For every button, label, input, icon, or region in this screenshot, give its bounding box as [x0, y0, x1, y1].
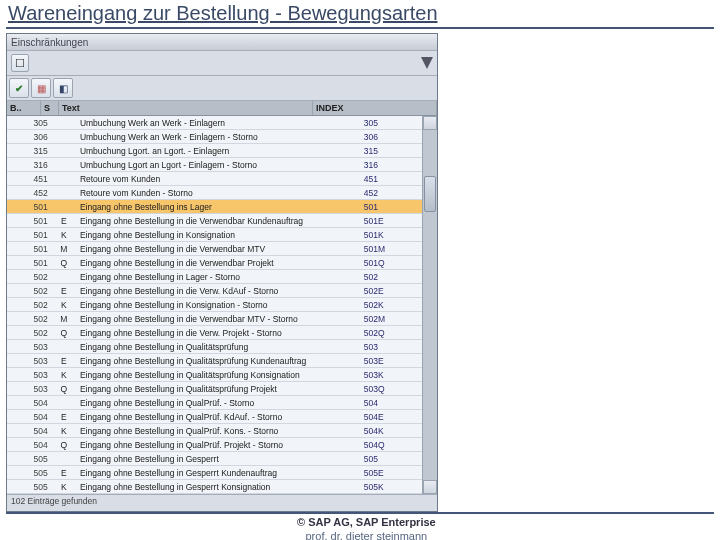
table-row[interactable]: 452Retoure vom Kunden - Storno452 — [7, 186, 422, 200]
table-row[interactable]: 316Umbuchung Lgort an Lgort - Einlagern … — [7, 158, 422, 172]
table-row[interactable]: 501Eingang ohne Bestellung ins Lager501 — [7, 200, 422, 214]
cell-flag: M — [51, 312, 77, 326]
cell-code: 501 — [7, 214, 51, 228]
cell-code: 503 — [7, 340, 51, 354]
cell-code: 501 — [7, 200, 51, 214]
table-row[interactable]: 501MEingang ohne Bestellung in die Verwe… — [7, 242, 422, 256]
dialog-toolbar: ✔ ▦ ◧ — [7, 76, 437, 101]
footer-copyright: © SAP AG, SAP Enterprise — [66, 516, 667, 530]
cell-flag — [51, 172, 77, 186]
table-row[interactable]: 315Umbuchung Lgort. an Lgort. - Einlager… — [7, 144, 422, 158]
cell-index: 501M — [361, 242, 422, 256]
cell-flag: M — [51, 242, 77, 256]
vertical-scrollbar[interactable] — [422, 116, 437, 494]
dropdown-icon[interactable] — [421, 57, 433, 69]
cell-code: 502 — [7, 284, 51, 298]
cell-code: 502 — [7, 326, 51, 340]
window-titlebar[interactable]: Einschränkungen — [7, 34, 437, 51]
cell-code: 503 — [7, 368, 51, 382]
cell-text: Eingang ohne Bestellung in Lager - Storn… — [77, 270, 361, 284]
table-row[interactable]: 451Retoure vom Kunden451 — [7, 172, 422, 186]
new-entry-button[interactable]: ▦ — [31, 78, 51, 98]
cell-text: Eingang ohne Bestellung in Qualitätsprüf… — [77, 382, 361, 396]
cell-index: 315 — [361, 144, 422, 158]
cell-text: Eingang ohne Bestellung in die Verw. KdA… — [77, 284, 361, 298]
table-row[interactable]: 504Eingang ohne Bestellung in QualPrüf. … — [7, 396, 422, 410]
cell-flag — [51, 186, 77, 200]
check-icon: ✔ — [15, 83, 23, 94]
status-text: 102 Einträge gefunden — [11, 496, 97, 506]
cell-code: 502 — [7, 298, 51, 312]
table-row[interactable]: 306Umbuchung Werk an Werk - Einlagern - … — [7, 130, 422, 144]
cell-index: 504Q — [361, 438, 422, 452]
cell-index: 503 — [361, 340, 422, 354]
cell-text: Retoure vom Kunden - Storno — [77, 186, 361, 200]
table-row[interactable]: 503KEingang ohne Bestellung in Qualitäts… — [7, 368, 422, 382]
table-row[interactable]: 505KEingang ohne Bestellung in Gesperrt … — [7, 480, 422, 494]
cell-flag — [51, 158, 77, 172]
cell-code: 503 — [7, 354, 51, 368]
table-row[interactable]: 505Eingang ohne Bestellung in Gesperrt50… — [7, 452, 422, 466]
cell-text: Eingang ohne Bestellung in QualPrüf. Pro… — [77, 438, 361, 452]
cell-index: 502M — [361, 312, 422, 326]
table-row[interactable]: 503EEingang ohne Bestellung in Qualitäts… — [7, 354, 422, 368]
table-row[interactable]: 502Eingang ohne Bestellung in Lager - St… — [7, 270, 422, 284]
cell-index: 501 — [361, 200, 422, 214]
cell-text: Eingang ohne Bestellung in die Verwendba… — [77, 312, 361, 326]
table-row[interactable]: 305Umbuchung Werk an Werk - Einlagern305 — [7, 116, 422, 130]
table-row[interactable]: 501QEingang ohne Bestellung in die Verwe… — [7, 256, 422, 270]
col-header-flag[interactable]: S — [41, 101, 59, 115]
cell-code: 505 — [7, 466, 51, 480]
cell-text: Eingang ohne Bestellung in Gesperrt — [77, 452, 361, 466]
table-row[interactable]: 502EEingang ohne Bestellung in die Verw.… — [7, 284, 422, 298]
table-row[interactable]: 505EEingang ohne Bestellung in Gesperrt … — [7, 466, 422, 480]
cell-text: Eingang ohne Bestellung in QualPrüf. KdA… — [77, 410, 361, 424]
table-row[interactable]: 504QEingang ohne Bestellung in QualPrüf.… — [7, 438, 422, 452]
scroll-up-button[interactable] — [423, 116, 437, 130]
cell-index: 501Q — [361, 256, 422, 270]
results-grid[interactable]: 305Umbuchung Werk an Werk - Einlagern305… — [7, 116, 422, 494]
table-row[interactable]: 503Eingang ohne Bestellung in Qualitätsp… — [7, 340, 422, 354]
col-header-index[interactable]: INDEX — [313, 101, 437, 115]
cell-index: 306 — [361, 130, 422, 144]
search-row: ☐ — [7, 51, 437, 76]
cell-index: 502 — [361, 270, 422, 284]
highlight-button[interactable]: ◧ — [53, 78, 73, 98]
cell-flag: E — [51, 214, 77, 228]
cell-text: Retoure vom Kunden — [77, 172, 361, 186]
cell-text: Eingang ohne Bestellung in die Verw. Pro… — [77, 326, 361, 340]
scroll-thumb[interactable] — [424, 176, 436, 212]
table-row[interactable]: 501EEingang ohne Bestellung in die Verwe… — [7, 214, 422, 228]
table-row[interactable]: 502MEingang ohne Bestellung in die Verwe… — [7, 312, 422, 326]
col-header-text[interactable]: Text — [59, 101, 313, 115]
cell-text: Eingang ohne Bestellung in Gesperrt Kons… — [77, 480, 361, 494]
cell-text: Eingang ohne Bestellung in die Verwendba… — [77, 242, 361, 256]
cell-text: Umbuchung Lgort an Lgort - Einlagern - S… — [77, 158, 361, 172]
table-row[interactable]: 504EEingang ohne Bestellung in QualPrüf.… — [7, 410, 422, 424]
cell-flag — [51, 130, 77, 144]
table-row[interactable]: 503QEingang ohne Bestellung in Qualitäts… — [7, 382, 422, 396]
cell-code: 305 — [7, 116, 51, 130]
cell-flag — [51, 452, 77, 466]
table-row[interactable]: 504KEingang ohne Bestellung in QualPrüf.… — [7, 424, 422, 438]
cell-flag: E — [51, 410, 77, 424]
search-field-icon[interactable]: ☐ — [11, 54, 29, 72]
cell-text: Eingang ohne Bestellung in Qualitätsprüf… — [77, 340, 361, 354]
cell-code: 504 — [7, 424, 51, 438]
cell-text: Umbuchung Lgort. an Lgort. - Einlagern — [77, 144, 361, 158]
cell-text: Eingang ohne Bestellung in die Verwendba… — [77, 256, 361, 270]
table-row[interactable]: 502QEingang ohne Bestellung in die Verw.… — [7, 326, 422, 340]
slide-title: Wareneingang zur Bestellung - Bewegungsa… — [6, 2, 714, 27]
col-header-code[interactable]: B.. — [7, 101, 41, 115]
table-row[interactable]: 502KEingang ohne Bestellung in Konsignat… — [7, 298, 422, 312]
cell-code: 505 — [7, 480, 51, 494]
scroll-down-button[interactable] — [423, 480, 437, 494]
table-row[interactable]: 501KEingang ohne Bestellung in Konsignat… — [7, 228, 422, 242]
cell-code: 505 — [7, 452, 51, 466]
cell-flag — [51, 340, 77, 354]
cell-flag — [51, 396, 77, 410]
cell-code: 502 — [7, 270, 51, 284]
accept-button[interactable]: ✔ — [9, 78, 29, 98]
cell-code: 501 — [7, 256, 51, 270]
cell-flag — [51, 116, 77, 130]
